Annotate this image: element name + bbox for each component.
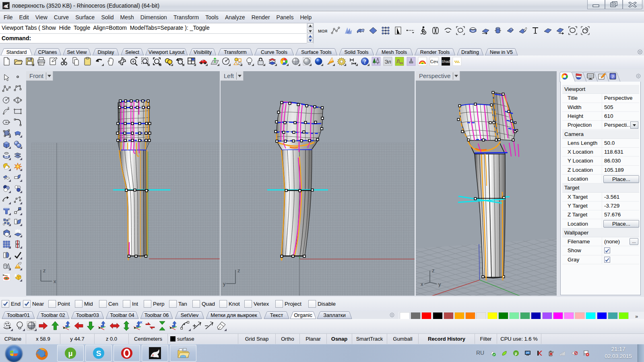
svg-text:µ: µ [68,349,73,358]
svg-text:Transform: Transform [224,49,247,55]
svg-text:Эл: Эл [384,59,391,65]
svg-text:Заплатки: Заплатки [323,312,346,318]
svg-text:Mesh Tools: Mesh Tools [382,49,407,55]
svg-text:Surface Tools: Surface Tools [301,49,332,55]
svg-text:y: y [223,281,226,287]
svg-text:µ: µ [515,351,517,356]
svg-text:Standard: Standard [6,49,27,55]
svg-text:New in V5: New in V5 [490,49,513,55]
svg-text:SetViev: SetViev [181,312,199,318]
svg-text:z: z [237,267,240,274]
svg-text:ек: ек [400,61,403,65]
svg-text:Toolbar 06: Toolbar 06 [144,312,169,318]
svg-text:Toolbar01: Toolbar01 [7,312,30,318]
svg-text:x: x [421,281,423,287]
svg-text:?: ? [363,59,366,65]
svg-text:Visibility: Visibility [194,49,212,55]
svg-text:Л: Л [396,59,400,64]
svg-text:Set View: Set View [67,49,87,55]
svg-text:Сеч: Сеч [430,59,438,64]
svg-text:Viewport Layout: Viewport Layout [149,49,185,55]
svg-text:y: y [438,281,441,287]
svg-text:Display: Display [98,49,115,55]
svg-text:CPlanes: CPlanes [38,49,57,55]
svg-text:Drafting: Drafting [461,49,479,55]
svg-text:z: z [43,267,46,274]
svg-text:?: ? [612,74,614,79]
svg-text:Метки для выкроек: Метки для выкроек [211,312,257,318]
svg-text:Organic: Organic [294,312,312,318]
svg-text:Solid Tools: Solid Tools [344,49,368,55]
svg-text:Curve Tools: Curve Tools [261,49,287,55]
svg-text:Toolbar 02: Toolbar 02 [41,312,65,318]
svg-text:Toolbar 04: Toolbar 04 [110,312,134,318]
svg-text:Select: Select [125,49,139,55]
svg-text:Toolbar03: Toolbar03 [76,312,99,318]
svg-text:S: S [96,349,101,358]
svg-text:x: x [54,278,56,284]
svg-text:Shad: Shad [442,60,450,64]
svg-text:z: z [432,267,435,274]
svg-text:Текст: Текст [270,312,283,318]
svg-text:Render Tools: Render Tools [420,49,450,55]
